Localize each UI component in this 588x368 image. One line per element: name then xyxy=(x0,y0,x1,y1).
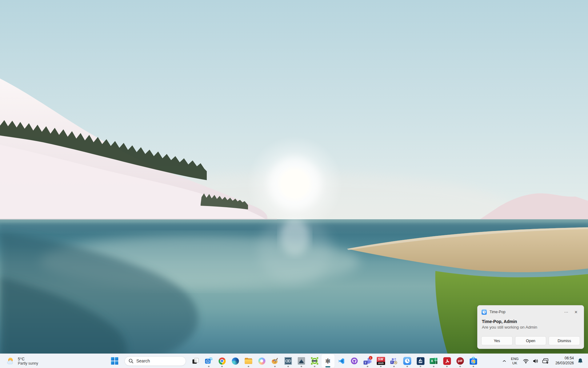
notification-toast: Time-Pop ⋯ ✕ Time-Pop, Admin Are you sti… xyxy=(477,305,584,349)
taskbar-app-edge[interactable] xyxy=(229,354,242,368)
search-placeholder: Search xyxy=(136,358,150,363)
taskbar-app-teams-classic-time[interactable]: T xyxy=(387,354,401,368)
taskbar-app-microsoft-store[interactable] xyxy=(467,354,480,368)
tray-notification-button[interactable] xyxy=(576,355,585,367)
notification-body: Are you still working on Admin xyxy=(482,325,579,330)
solidworks-year: 2025 xyxy=(377,362,385,365)
taskbar-app-file-explorer[interactable] xyxy=(242,354,255,368)
notification-close-button[interactable]: ✕ xyxy=(572,309,580,315)
search-input[interactable]: Search xyxy=(124,356,186,366)
taskbar-app-teams[interactable]: T 1 xyxy=(361,354,374,368)
task-view-icon xyxy=(192,357,199,365)
github-icon xyxy=(351,357,358,365)
taskbar-app-pdf-tool[interactable]: pdf xyxy=(454,354,467,368)
wifi-icon xyxy=(522,358,529,364)
tray-time: 06:54 xyxy=(565,356,574,361)
taskbar-app-vscode[interactable] xyxy=(334,354,348,368)
copilot-icon xyxy=(258,358,265,365)
acrobat-icon xyxy=(443,357,451,365)
outlook-icon xyxy=(205,357,213,365)
weather-partly-sunny-icon xyxy=(6,357,15,365)
weather-temperature: 5°C xyxy=(18,357,38,361)
taskbar-app-chatgpt[interactable]: ✻ xyxy=(321,354,334,368)
sailboat-icon xyxy=(417,357,424,365)
notification-yes-button[interactable]: Yes xyxy=(481,336,513,345)
windows-logo-icon xyxy=(111,357,118,365)
weather-widget[interactable]: 5°C Partly sunny xyxy=(4,356,41,366)
tray-wifi-button[interactable] xyxy=(521,355,530,367)
tray-clock[interactable]: 06:54 26/03/2026 xyxy=(551,355,575,367)
notification-more-button[interactable]: ⋯ xyxy=(562,309,570,315)
taskbar-app-github[interactable] xyxy=(348,354,361,368)
taskbar-app-acrobat[interactable] xyxy=(440,354,454,368)
battery-energy-saver-icon xyxy=(542,358,549,364)
tray-volume-button[interactable] xyxy=(531,355,540,367)
teams-classic-time-icon: T xyxy=(390,357,398,365)
tray-date: 26/03/2026 xyxy=(555,361,574,366)
taskbar-app-copilot[interactable] xyxy=(255,354,268,368)
taskbar-app-sailboat[interactable] xyxy=(414,354,427,368)
taskbar-app-outlook[interactable] xyxy=(202,354,215,368)
taskbar-app-chrome[interactable] xyxy=(215,354,229,368)
notification-open-button[interactable]: Open xyxy=(515,336,546,345)
task-view-button[interactable] xyxy=(189,354,202,368)
file-explorer-icon xyxy=(245,358,252,364)
vector-tool-icon xyxy=(311,357,318,365)
paint-palette-icon xyxy=(271,357,279,365)
notification-bell-icon xyxy=(577,358,584,364)
teams-icon: T 1 xyxy=(363,357,372,365)
desktop[interactable]: Time-Pop ⋯ ✕ Time-Pop, Admin Are you sti… xyxy=(0,0,588,368)
taskbar-app-paint[interactable] xyxy=(268,354,282,368)
tray-language-switcher[interactable]: ENG UK xyxy=(509,355,521,367)
weather-condition: Partly sunny xyxy=(18,361,38,366)
taskbar-app-vector-tool[interactable] xyxy=(308,354,321,368)
chrome-icon xyxy=(218,358,226,365)
excel-icon: X xyxy=(430,357,438,365)
edge-icon xyxy=(232,358,239,365)
speaker-icon xyxy=(532,358,539,364)
microsoft-store-icon xyxy=(470,357,478,365)
marine-cad-icon xyxy=(285,357,292,365)
chatgpt-icon: ✻ xyxy=(325,358,331,364)
time-pop-taskbar-icon xyxy=(403,357,411,365)
taskbar-app-time-pop[interactable] xyxy=(401,354,414,368)
notification-title: Time-Pop, Admin xyxy=(482,319,579,324)
search-icon xyxy=(128,358,134,364)
taskbar: 5°C Partly sunny Sea xyxy=(0,354,588,368)
language-region: UK xyxy=(512,361,517,365)
excel-x-letter: X xyxy=(431,359,433,363)
notification-dismiss-button[interactable]: Dismiss xyxy=(549,336,580,345)
taskbar-app-ship-viewer[interactable] xyxy=(295,354,308,368)
tray-chevron-button[interactable] xyxy=(500,355,508,367)
time-pop-icon xyxy=(482,309,487,315)
ship-icon xyxy=(298,357,305,365)
taskbar-app-marine-cad[interactable] xyxy=(282,354,295,368)
pdf-label: pdf xyxy=(458,359,462,362)
solidworks-icon: SW 2025 xyxy=(377,357,385,365)
teams-t-letter: T xyxy=(363,361,367,365)
teams-notification-badge: 1 xyxy=(369,356,372,360)
taskbar-app-solidworks[interactable]: SW 2025 xyxy=(374,354,387,368)
pdf-tool-icon: pdf xyxy=(457,357,464,365)
teams-classic-t-letter: T xyxy=(390,361,394,364)
taskbar-app-excel[interactable]: X xyxy=(427,354,440,368)
notification-app-name: Time-Pop xyxy=(490,310,506,314)
vscode-icon xyxy=(338,358,345,365)
tray-battery-button[interactable] xyxy=(541,355,550,367)
language-code: ENG xyxy=(511,357,519,361)
start-button[interactable] xyxy=(108,354,121,368)
chevron-up-icon xyxy=(502,358,507,364)
